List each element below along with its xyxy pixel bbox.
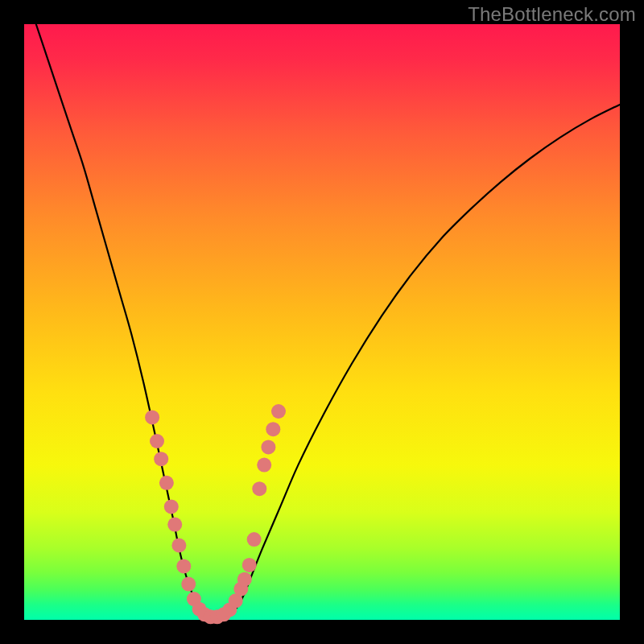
data-marker <box>159 476 174 490</box>
data-marker <box>154 452 168 466</box>
data-marker <box>176 559 191 573</box>
bottleneck-chart <box>0 0 644 644</box>
data-marker <box>167 518 182 532</box>
watermark-text: TheBottleneck.com <box>468 3 636 26</box>
data-marker <box>171 539 186 553</box>
data-marker <box>150 434 164 448</box>
data-marker <box>266 422 280 436</box>
data-marker <box>242 558 257 572</box>
data-marker <box>164 499 179 514</box>
chart-container: TheBottleneck.com <box>0 0 644 644</box>
data-marker <box>181 577 196 592</box>
data-marker <box>247 532 262 547</box>
data-marker <box>237 572 252 587</box>
data-marker <box>257 458 271 473</box>
data-marker <box>252 481 266 496</box>
data-marker <box>145 410 159 424</box>
data-marker <box>271 404 286 419</box>
plot-background <box>24 24 620 620</box>
data-marker <box>261 440 275 454</box>
